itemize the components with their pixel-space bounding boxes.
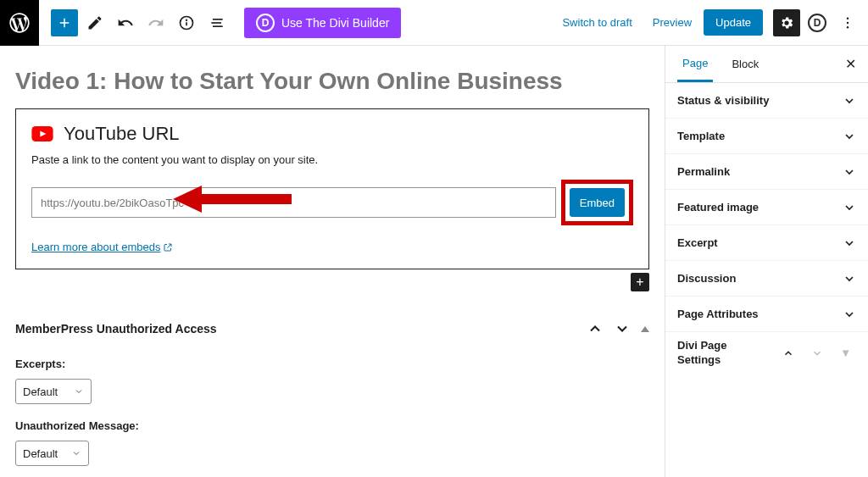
highlight-box: Embed (561, 180, 633, 225)
panel-label: Divi Page Settings (677, 339, 771, 368)
editor-canvas: Video 1: How to Start Your Own Online Bu… (0, 46, 665, 477)
preview-button[interactable]: Preview (644, 16, 700, 29)
tab-block[interactable]: Block (726, 46, 764, 82)
divi-logo-icon: D (256, 14, 275, 32)
divi-ring-icon[interactable]: D (804, 9, 831, 36)
chevron-down-icon (843, 165, 856, 179)
settings-icon[interactable] (773, 9, 800, 36)
more-menu-icon[interactable] (834, 9, 861, 36)
update-button[interactable]: Update (704, 9, 763, 36)
top-toolbar: D Use The Divi Builder Switch to draft P… (0, 0, 868, 46)
settings-sidebar: Page Block ✕ Status & visibility Templat… (665, 46, 868, 477)
list-view-icon[interactable] (203, 9, 231, 36)
info-icon[interactable] (173, 9, 200, 36)
panel-label: Page Attributes (677, 308, 759, 320)
chevron-down-icon (71, 448, 81, 458)
memberpress-panel: MemberPress Unauthorized Access Excerpts… (15, 315, 649, 466)
url-input[interactable] (31, 187, 556, 218)
panel-featured-image[interactable]: Featured image (665, 190, 868, 225)
panel-title: MemberPress Unauthorized Access (15, 322, 217, 336)
panel-page-attributes[interactable]: Page Attributes (665, 297, 868, 332)
undo-icon[interactable] (112, 9, 139, 36)
youtube-embed-block: YouTube URL Paste a link to the content … (15, 108, 649, 269)
tab-page[interactable]: Page (677, 46, 713, 82)
panel-discussion[interactable]: Discussion (665, 261, 868, 297)
panel-label: Discussion (677, 272, 736, 285)
wp-logo[interactable] (0, 0, 39, 46)
panel-permalink[interactable]: Permalink (665, 154, 868, 190)
unauthorized-select[interactable]: Default (15, 441, 89, 466)
panel-divi-page-settings[interactable]: Divi Page Settings ▼ (665, 332, 868, 374)
close-sidebar-button[interactable]: ✕ (845, 56, 856, 72)
page-title[interactable]: Video 1: How to Start Your Own Online Bu… (15, 68, 649, 95)
block-heading: YouTube URL (64, 123, 180, 145)
svg-point-6 (847, 17, 849, 19)
divi-button-label: Use The Divi Builder (281, 16, 389, 30)
chevron-down-icon (843, 201, 856, 214)
panel-excerpt[interactable]: Excerpt (665, 225, 868, 261)
panel-label: Status & visibility (677, 94, 769, 107)
panel-label: Permalink (677, 165, 730, 178)
add-block-button[interactable] (51, 9, 78, 36)
chevron-down-icon (843, 272, 856, 286)
external-link-icon (163, 242, 173, 252)
block-description: Paste a link to the content you want to … (31, 153, 633, 166)
svg-point-8 (847, 26, 849, 28)
learn-more-label: Learn more about embeds (31, 241, 160, 253)
chevron-down-icon[interactable] (806, 346, 828, 361)
chevron-down-icon (843, 308, 856, 321)
svg-point-2 (186, 19, 187, 20)
learn-more-link[interactable]: Learn more about embeds (31, 241, 173, 253)
chevron-down-icon (74, 386, 84, 397)
panel-label: Template (677, 130, 725, 142)
panel-move-down-button[interactable] (609, 315, 636, 342)
chevron-down-icon (843, 130, 856, 143)
panel-move-up-button[interactable] (581, 315, 609, 342)
chevron-down-icon (843, 94, 856, 108)
divi-builder-button[interactable]: D Use The Divi Builder (244, 8, 401, 38)
panel-template[interactable]: Template (665, 119, 868, 154)
panel-label: Featured image (677, 201, 759, 214)
svg-point-7 (847, 21, 849, 23)
youtube-icon (31, 126, 53, 141)
redo-icon[interactable] (142, 9, 170, 36)
excerpts-value: Default (23, 385, 58, 398)
caret-down-icon[interactable]: ▼ (835, 345, 856, 361)
add-block-after-button[interactable]: + (631, 273, 649, 291)
unauthorized-value: Default (23, 447, 58, 460)
panel-label: Excerpt (677, 236, 718, 249)
chevron-down-icon (843, 236, 856, 250)
edit-icon[interactable] (81, 9, 108, 36)
panel-status-visibility[interactable]: Status & visibility (665, 83, 868, 119)
unauthorized-label: Unauthorized Message: (15, 419, 649, 432)
switch-to-draft-button[interactable]: Switch to draft (554, 16, 640, 29)
panel-toggle-icon[interactable] (641, 326, 649, 332)
excerpts-label: Excerpts: (15, 358, 649, 370)
excerpts-select[interactable]: Default (15, 379, 92, 404)
chevron-up-icon[interactable] (777, 346, 799, 361)
embed-button[interactable]: Embed (570, 188, 625, 217)
